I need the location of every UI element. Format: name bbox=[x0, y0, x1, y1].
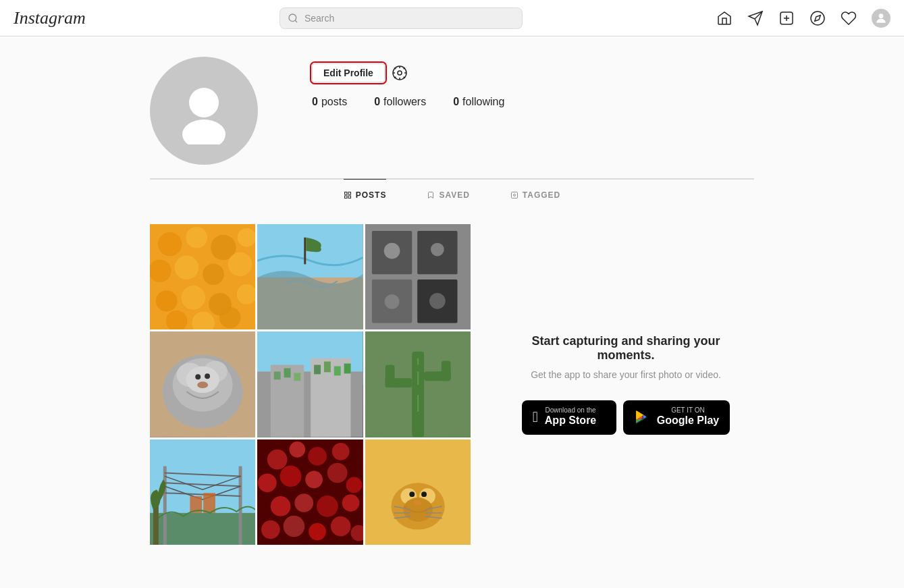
svg-point-20 bbox=[175, 256, 199, 280]
svg-point-38 bbox=[383, 243, 400, 259]
svg-rect-73 bbox=[163, 466, 167, 545]
svg-rect-58 bbox=[314, 365, 321, 375]
svg-point-22 bbox=[228, 252, 252, 277]
svg-point-49 bbox=[205, 374, 210, 379]
photo-grid bbox=[150, 224, 471, 545]
tagged-tab-label: TAGGED bbox=[523, 190, 560, 200]
profile-stats: 0 posts 0 followers 0 following bbox=[312, 96, 754, 108]
tab-saved[interactable]: SAVED bbox=[427, 179, 469, 211]
followers-label: followers bbox=[383, 96, 426, 108]
search-container bbox=[280, 7, 523, 29]
svg-point-23 bbox=[156, 290, 178, 312]
app-buttons:  Download on the App Store GET IT ON Go… bbox=[522, 400, 730, 435]
grid-item[interactable] bbox=[365, 439, 471, 545]
svg-point-5 bbox=[182, 119, 225, 144]
header-nav bbox=[716, 9, 890, 28]
svg-rect-11 bbox=[348, 196, 351, 198]
grid-item[interactable] bbox=[257, 439, 363, 545]
profile-avatar[interactable] bbox=[150, 57, 258, 165]
app-promo-section: Start capturing and sharing your moments… bbox=[498, 224, 754, 545]
svg-point-15 bbox=[158, 232, 182, 257]
svg-point-16 bbox=[186, 227, 207, 248]
svg-rect-61 bbox=[344, 364, 351, 374]
svg-rect-100 bbox=[257, 439, 363, 545]
svg-point-0 bbox=[289, 14, 296, 22]
search-icon bbox=[288, 13, 298, 24]
posts-tab-label: POSTS bbox=[356, 190, 387, 200]
svg-rect-10 bbox=[344, 196, 347, 198]
svg-point-21 bbox=[203, 263, 224, 285]
home-icon[interactable] bbox=[716, 10, 733, 26]
followers-stat[interactable]: 0 followers bbox=[374, 96, 426, 108]
followers-count: 0 bbox=[374, 96, 380, 108]
svg-rect-67 bbox=[441, 361, 450, 381]
google-play-icon bbox=[634, 409, 650, 425]
search-input[interactable] bbox=[280, 7, 523, 29]
svg-point-39 bbox=[431, 243, 444, 257]
saved-tab-icon bbox=[427, 191, 435, 199]
svg-rect-80 bbox=[153, 506, 159, 545]
following-stat[interactable]: 0 following bbox=[453, 96, 504, 108]
new-post-icon[interactable] bbox=[778, 10, 795, 26]
profile-avatar-section bbox=[150, 57, 258, 165]
svg-point-29 bbox=[219, 307, 241, 329]
apple-icon:  bbox=[533, 408, 538, 426]
profile-info: Edit Profile 0 posts 0 followers bbox=[312, 57, 754, 108]
posts-tab-icon bbox=[344, 191, 352, 199]
grid-item[interactable] bbox=[150, 331, 255, 437]
svg-point-40 bbox=[384, 294, 399, 309]
google-play-button[interactable]: GET IT ON Google Play bbox=[623, 400, 730, 435]
following-label: following bbox=[462, 96, 504, 108]
svg-point-48 bbox=[195, 375, 201, 380]
svg-point-2 bbox=[811, 11, 824, 25]
app-store-small-text: Download on the bbox=[545, 407, 596, 414]
tagged-tab-icon bbox=[510, 191, 519, 199]
grid-item[interactable] bbox=[365, 224, 471, 329]
profile-tabs: POSTS SAVED TAGGED bbox=[150, 179, 754, 211]
svg-point-4 bbox=[189, 88, 219, 117]
photo-grid-section bbox=[150, 224, 471, 545]
svg-point-24 bbox=[182, 286, 206, 310]
edit-profile-button[interactable]: Edit Profile bbox=[312, 63, 385, 82]
svg-point-107 bbox=[421, 491, 427, 497]
grid-item[interactable] bbox=[257, 224, 363, 329]
app-store-button[interactable]:  Download on the App Store bbox=[522, 400, 616, 435]
profile-actions: Edit Profile bbox=[312, 63, 754, 82]
posts-stat[interactable]: 0 posts bbox=[312, 96, 347, 108]
posts-count: 0 bbox=[312, 96, 318, 108]
settings-icon-button[interactable] bbox=[392, 65, 408, 81]
svg-rect-55 bbox=[274, 372, 281, 380]
svg-rect-60 bbox=[334, 367, 341, 376]
explore-icon[interactable] bbox=[809, 10, 826, 26]
nav-profile-avatar[interactable] bbox=[872, 9, 890, 28]
send-icon[interactable] bbox=[747, 10, 764, 26]
grid-item[interactable] bbox=[150, 439, 255, 545]
tab-posts[interactable]: POSTS bbox=[344, 179, 387, 211]
header: Instagram bbox=[0, 0, 904, 36]
svg-rect-74 bbox=[239, 466, 242, 545]
svg-point-106 bbox=[409, 491, 415, 497]
svg-point-7 bbox=[398, 71, 402, 75]
instagram-logo[interactable]: Instagram bbox=[14, 8, 86, 28]
content-area: Start capturing and sharing your moments… bbox=[136, 211, 768, 558]
activity-icon[interactable] bbox=[841, 10, 857, 26]
grid-item[interactable] bbox=[257, 331, 363, 437]
svg-rect-8 bbox=[344, 192, 347, 195]
posts-label: posts bbox=[321, 96, 347, 108]
svg-point-47 bbox=[186, 367, 219, 394]
profile-header: Edit Profile 0 posts 0 followers bbox=[150, 57, 754, 179]
svg-rect-57 bbox=[294, 373, 301, 381]
svg-rect-65 bbox=[385, 365, 394, 388]
grid-item[interactable] bbox=[365, 331, 471, 437]
saved-tab-label: SAVED bbox=[439, 190, 469, 200]
svg-point-18 bbox=[238, 228, 256, 247]
svg-point-108 bbox=[414, 500, 422, 506]
svg-rect-56 bbox=[284, 369, 291, 378]
tab-tagged[interactable]: TAGGED bbox=[510, 179, 560, 211]
google-play-large-text: Google Play bbox=[657, 414, 719, 428]
following-count: 0 bbox=[453, 96, 459, 108]
svg-rect-32 bbox=[304, 238, 307, 265]
svg-point-50 bbox=[197, 382, 208, 389]
svg-point-3 bbox=[879, 14, 884, 18]
grid-item[interactable] bbox=[150, 224, 255, 329]
